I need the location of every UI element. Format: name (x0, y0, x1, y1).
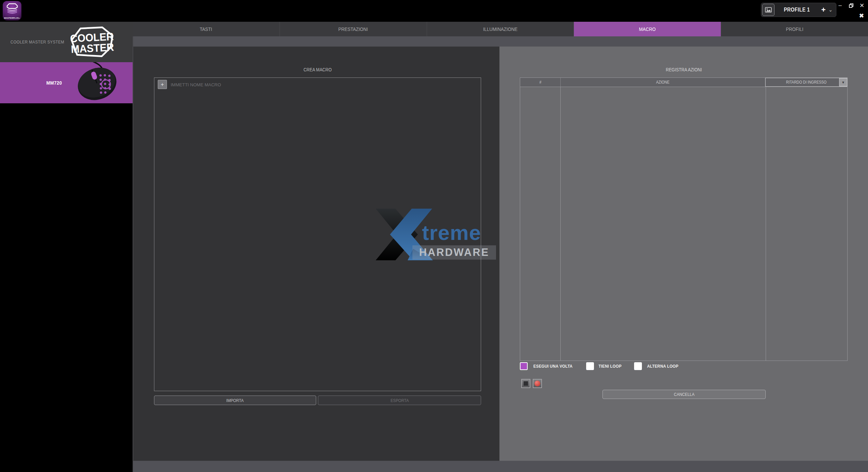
cooler-master-logo: COOLER MASTER (70, 26, 115, 58)
column-index: # (520, 78, 561, 87)
option-tieni-loop: TIENI LOOP (586, 362, 623, 370)
tab-tasti[interactable]: TASTI (133, 22, 280, 36)
create-macro-panel: CREA MACRO + IMPORTA ESPORTA (133, 47, 499, 461)
app-icon-label: MASTERPLUS+ (4, 17, 20, 19)
option-esegui-una-volta: ESEGUI UNA VOLTA (520, 362, 575, 370)
checkbox-tieni-loop[interactable] (586, 362, 594, 370)
sidebar-header: COOLER MASTER SYSTEM COOLER MASTER (0, 22, 133, 62)
tab-profili[interactable]: PROFILI (721, 22, 868, 36)
actions-table-header: # AZIONE RITARDO DI INGRESSO (520, 77, 848, 87)
option-alterna-loop: ALTERNA LOOP (634, 362, 681, 370)
device-item-mm720[interactable]: MM720 (0, 62, 133, 103)
masterplus-window: MASTERPLUS+ PROFILE 1 + ⌄ – ✕ ✖ TASTI (0, 0, 868, 472)
minimize-button[interactable]: – (837, 2, 844, 9)
clear-button[interactable]: CANCELLA (602, 390, 766, 399)
restore-icon (849, 3, 853, 8)
main-tabs: TASTI PRESTAZIONI ILLUMINAZIONE MACRO PR… (133, 22, 868, 36)
repair-tools-icon[interactable]: ✖ (859, 12, 864, 19)
add-profile-button[interactable]: + (819, 5, 828, 14)
delay-dropdown-button[interactable]: ▼ (839, 78, 847, 86)
checkbox-alterna-loop[interactable] (634, 362, 642, 370)
checkbox-esegui-una-volta[interactable] (520, 362, 528, 370)
create-macro-title: CREA MACRO (304, 67, 332, 72)
tab-prestazioni[interactable]: PRESTAZIONI (280, 22, 427, 36)
masterplus-app-icon[interactable]: MASTERPLUS+ (3, 1, 21, 20)
chevron-down-icon[interactable]: ⌄ (828, 7, 836, 13)
record-button[interactable] (533, 379, 542, 388)
column-action: AZIONE (561, 78, 765, 87)
system-label: COOLER MASTER SYSTEM (11, 39, 64, 45)
picture-icon (765, 7, 772, 13)
column-divider (560, 87, 561, 361)
tab-illuminazione[interactable]: ILLUMINAZIONE (427, 22, 574, 36)
import-button[interactable]: IMPORTA (154, 396, 316, 405)
window-controls: – ✕ (837, 2, 865, 9)
actions-table: # AZIONE RITARDO DI INGRESSO ▼ (520, 77, 848, 361)
svg-text:MASTER: MASTER (71, 41, 114, 55)
close-button[interactable]: ✕ (858, 2, 865, 9)
record-actions-title: REGISTRA AZIONI (666, 67, 702, 72)
device-name: MM720 (46, 80, 62, 86)
profile-image-button[interactable] (762, 4, 775, 16)
stop-button[interactable] (521, 379, 530, 388)
profile-selector[interactable]: PROFILE 1 + ⌄ (761, 3, 836, 17)
record-actions-panel: REGISTRA AZIONI # AZIONE RITARDO DI INGR… (499, 47, 868, 461)
stop-icon (524, 381, 528, 386)
hexagon-stack-icon (6, 3, 18, 15)
titlebar: MASTERPLUS+ PROFILE 1 + ⌄ – ✕ ✖ (0, 0, 868, 22)
record-icon (534, 381, 540, 386)
mm720-mouse-image (70, 62, 124, 103)
add-macro-button[interactable]: + (158, 80, 167, 89)
macro-name-input[interactable] (171, 80, 470, 89)
sidebar: COOLER MASTER SYSTEM COOLER MASTER MM720 (0, 22, 133, 472)
loop-options: ESEGUI UNA VOLTA TIENI LOOP ALTERNA LOOP (520, 362, 691, 370)
column-delay: RITARDO DI INGRESSO (765, 78, 847, 87)
profile-name: PROFILE 1 (777, 7, 817, 13)
macro-list-box: + (154, 77, 481, 391)
tab-macro[interactable]: MACRO (574, 22, 721, 36)
restore-button[interactable] (848, 2, 854, 9)
actions-table-body[interactable] (520, 87, 848, 361)
workspace: CREA MACRO + IMPORTA ESPORTA REGISTRA AZ… (133, 36, 868, 472)
export-button[interactable]: ESPORTA (318, 396, 481, 405)
record-controls (521, 379, 542, 388)
column-divider (766, 87, 766, 361)
